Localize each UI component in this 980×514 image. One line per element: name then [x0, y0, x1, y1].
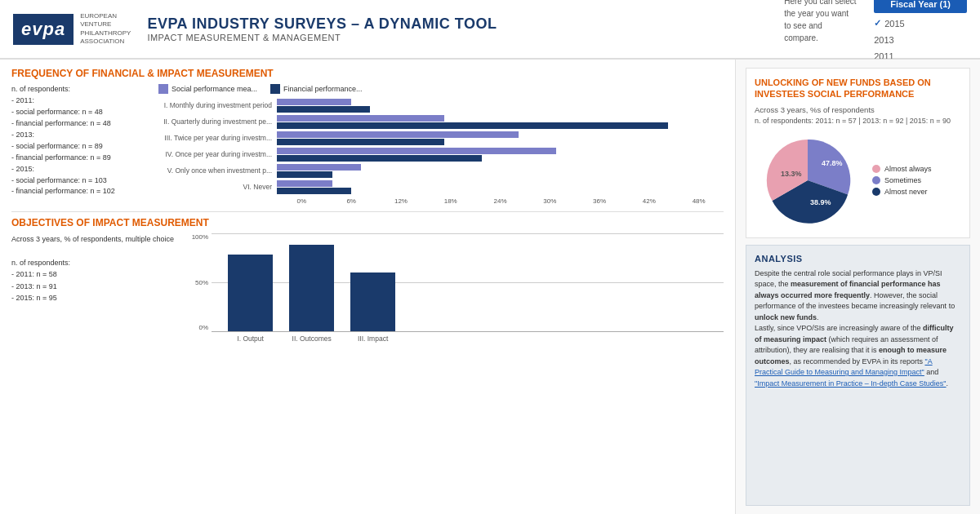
hbar-label-5: V. Only once when investment p...: [158, 166, 277, 175]
legend-financial: Financial performance...: [270, 84, 363, 94]
unlocking-respondents: n. of respondents: 2011: n = 57 | 2013: …: [755, 117, 961, 125]
hbar-label-1: I. Monthly during investment period: [158, 101, 277, 109]
vbar-impact: [350, 273, 395, 331]
vbar-output-bar: [228, 255, 273, 331]
objectives-chart: 100% 50% 0%: [182, 233, 724, 356]
unlocking-title: UNLOCKING OF NEW FUNDS BASED ON INVESTEE…: [755, 77, 961, 100]
pie-legend-always: Almost always: [872, 165, 932, 173]
main-content: FREQUENCY OF FINANCIAL & IMPACT MEASUREM…: [0, 60, 980, 514]
hbar-social-6: [277, 180, 332, 187]
bold-difficulty: difficulty of measuring impact: [755, 324, 953, 343]
axis-30: 30%: [525, 197, 575, 205]
main-title: EVPA INDUSTRY SURVEYS – A DYNAMIC TOOL: [147, 16, 784, 33]
axis-48: 48%: [674, 197, 724, 205]
link-case-studies[interactable]: "Impact Measurement in Practice – In-dep…: [755, 379, 947, 388]
year-label: 2015: [884, 19, 904, 29]
hbar-chart: I. Monthly during investment period II. …: [158, 99, 724, 205]
frequency-chart: Social performance mea... Financial perf…: [158, 84, 724, 205]
vbar-xlabels: I. Output II. Outcomes III. Impact: [212, 335, 724, 343]
hbar-financial-2: [277, 122, 668, 129]
bold-unlock: unlock new funds: [755, 313, 817, 321]
yaxis-50: 50%: [195, 279, 208, 286]
frequency-section: FREQUENCY OF FINANCIAL & IMPACT MEASUREM…: [11, 68, 724, 205]
pie-dot-never: [872, 188, 880, 196]
fiscal-options: Fiscal Year (1) ✓ 2015 2013 2011: [874, 0, 967, 63]
objectives-content: Across 3 years, % of respondents, multip…: [11, 233, 724, 356]
pie-label-always: 13.3%: [781, 170, 802, 178]
analysis-section: ANALYSIS Despite the central role social…: [746, 245, 970, 506]
hbar-financial-4: [277, 155, 482, 162]
axis-12: 12%: [376, 197, 426, 205]
hbar-row-2: II. Quarterly during investment pe...: [158, 115, 724, 129]
hbar-bars-4: [277, 148, 724, 162]
yaxis-100: 100%: [192, 233, 208, 241]
logo-icon: evpa: [13, 14, 74, 45]
hbar-label-4: IV. Once per year during investm...: [158, 150, 277, 158]
axis-42: 42%: [624, 197, 674, 205]
hbar-label-2: II. Quarterly during investment pe...: [158, 117, 277, 126]
hbar-social-4: [277, 148, 556, 154]
pie-legend: Almost always Sometimes Almost never: [872, 165, 932, 196]
fiscal-year-button[interactable]: Fiscal Year (1): [874, 0, 967, 13]
legend-social-color: [158, 84, 168, 94]
objectives-section: OBJECTIVES OF IMPACT MEASUREMENT Across …: [11, 217, 724, 356]
hbar-row-6: VI. Never: [158, 180, 724, 194]
fiscal-label: Here you can select the year you want to…: [784, 0, 858, 44]
legend-social-label: Social performance mea...: [172, 85, 257, 93]
hbar-social-5: [277, 164, 361, 171]
pie-legend-sometimes-label: Sometimes: [884, 176, 921, 184]
objectives-title: OBJECTIVES OF IMPACT MEASUREMENT: [11, 217, 724, 228]
logo-subtext: EUROPEAN VENTURE PHILANTHROPY ASSOCIATIO…: [80, 12, 131, 47]
bold-financial: measurement of financial performance has…: [755, 280, 941, 299]
pie-legend-sometimes: Sometimes: [872, 176, 932, 184]
analysis-text: Despite the central role social performa…: [755, 268, 961, 390]
bold-enough: enough to measure outcomes: [755, 346, 947, 366]
header-title: EVPA INDUSTRY SURVEYS – A DYNAMIC TOOL I…: [147, 16, 784, 42]
xlabel-outcomes: II. Outcomes: [289, 335, 334, 343]
hbar-label-6: VI. Never: [158, 183, 277, 191]
vbar-group-container: [212, 233, 724, 331]
yaxis-0: 0%: [199, 324, 209, 331]
vbar-impact-bar: [350, 273, 395, 331]
pie-chart: 47.8% 38.9% 13.3%: [755, 131, 861, 229]
vbar-outcomes: [289, 245, 334, 331]
pie-legend-always-label: Almost always: [884, 165, 932, 173]
pie-label-never: 38.9%: [810, 198, 831, 206]
hbar-bars-6: [277, 180, 724, 194]
vbar-yaxis: 100% 50% 0%: [184, 233, 208, 331]
pie-legend-never-label: Almost never: [884, 188, 928, 196]
hbar-row-4: IV. Once per year during investm...: [158, 148, 724, 162]
year-2015[interactable]: ✓ 2015: [874, 16, 967, 30]
gridline-0: [212, 331, 724, 332]
frequency-content: n. of respondents: - 2011: - social perf…: [11, 84, 724, 205]
hbar-row-1: I. Monthly during investment period: [158, 99, 724, 113]
xlabel-output: I. Output: [228, 335, 273, 343]
pie-label-sometimes: 47.8%: [822, 159, 843, 167]
main-subtitle: IMPACT MEASUREMENT & MANAGEMENT: [147, 33, 784, 42]
hbar-label-3: III. Twice per year during investm...: [158, 134, 277, 142]
section-divider: [11, 211, 724, 212]
hbar-social-2: [277, 115, 444, 122]
frequency-title: FREQUENCY OF FINANCIAL & IMPACT MEASUREM…: [11, 68, 724, 79]
year-2013[interactable]: 2013: [874, 33, 967, 47]
hbar-social-3: [277, 131, 519, 138]
hbar-financial-6: [277, 188, 351, 194]
hbar-financial-5: [277, 171, 332, 178]
header-right: Here you can select the year you want to…: [784, 0, 967, 63]
hbar-row-5: V. Only once when investment p...: [158, 164, 724, 178]
analysis-title: ANALYSIS: [755, 254, 961, 264]
hbar-row-3: III. Twice per year during investm...: [158, 131, 724, 145]
hbar-bars-1: [277, 99, 724, 113]
logo: evpa EUROPEAN VENTURE PHILANTHROPY ASSOC…: [13, 12, 131, 47]
axis-6: 6%: [327, 197, 376, 205]
hbar-xaxis: 0% 6% 12% 18% 24% 30% 36% 42% 48%: [277, 197, 724, 205]
hbar-financial-1: [277, 106, 370, 113]
header: evpa EUROPEAN VENTURE PHILANTHROPY ASSOC…: [0, 0, 980, 59]
axis-0: 0%: [277, 197, 327, 205]
hbar-financial-3: [277, 139, 444, 145]
right-panel: UNLOCKING OF NEW FUNDS BASED ON INVESTEE…: [735, 60, 980, 514]
pie-legend-never: Almost never: [872, 188, 932, 196]
legend-financial-label: Financial performance...: [283, 85, 363, 93]
unlocking-section: UNLOCKING OF NEW FUNDS BASED ON INVESTEE…: [746, 68, 970, 238]
hbar-bars-3: [277, 131, 724, 145]
